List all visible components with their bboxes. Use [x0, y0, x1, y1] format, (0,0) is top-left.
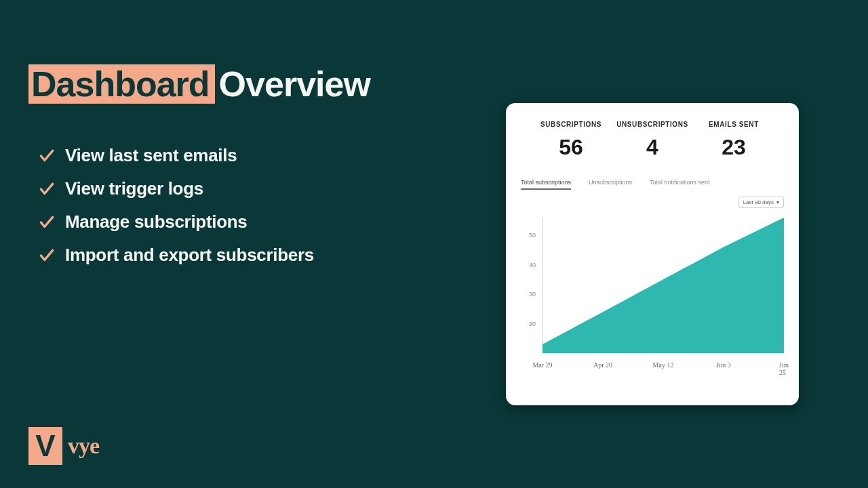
x-tick: Jun 3 — [716, 361, 730, 369]
metric-value: 4 — [612, 135, 693, 160]
bullet-item: Import and export subscribers — [38, 245, 314, 266]
area-path — [542, 218, 784, 353]
check-icon — [38, 247, 56, 264]
chevron-down-icon: ▾ — [776, 199, 779, 205]
metric: UNSUBSCRIPTIONS 4 — [612, 121, 693, 160]
metric-label: SUBSCRIPTIONS — [530, 121, 612, 128]
y-tick: 50 — [529, 232, 536, 239]
check-icon — [38, 147, 56, 165]
y-tick: 20 — [529, 321, 536, 327]
logo-text: vye — [68, 433, 99, 459]
feature-bullets: View last sent emails View trigger logs … — [38, 145, 314, 278]
x-tick: Jun 25 — [779, 361, 789, 376]
check-icon — [38, 180, 56, 198]
range-row: Last 90 days ▾ — [521, 197, 784, 208]
logo-letter: V — [35, 431, 55, 461]
metric: EMAILS SENT 23 — [693, 121, 774, 160]
chart-tab[interactable]: Unsubscriptions — [589, 179, 632, 190]
y-tick: 30 — [529, 291, 536, 298]
metric-label: EMAILS SENT — [693, 121, 774, 128]
plot-area — [542, 218, 784, 353]
x-tick: Apr 20 — [593, 361, 612, 369]
y-axis: 20304050 — [521, 218, 540, 353]
x-axis: Mar 29Apr 20May 12Jun 3Jun 25 — [542, 357, 784, 373]
chart-tabs: Total subscriptionsUnsubscriptionsTotal … — [521, 179, 784, 194]
bullet-item: View trigger logs — [38, 178, 314, 199]
range-label: Last 90 days — [743, 199, 774, 205]
bullet-text: View trigger logs — [65, 178, 203, 199]
logo-block: V — [28, 427, 62, 465]
metric-value: 56 — [530, 135, 612, 160]
metrics-row: SUBSCRIPTIONS 56 UNSUBSCRIPTIONS 4 EMAIL… — [521, 121, 784, 160]
metric: SUBSCRIPTIONS 56 — [530, 121, 612, 160]
chart: 20304050 Mar 29Apr 20May 12Jun 3Jun 25 — [521, 218, 784, 373]
y-tick: 40 — [529, 262, 536, 268]
title-highlight: Dashboard — [28, 64, 215, 104]
page-title: DashboardOverview — [28, 64, 370, 104]
bullet-item: View last sent emails — [38, 145, 314, 166]
bullet-text: Import and export subscribers — [65, 245, 314, 266]
metric-label: UNSUBSCRIPTIONS — [612, 121, 693, 128]
brand-logo: V vye — [28, 427, 99, 465]
x-tick: Mar 29 — [532, 361, 552, 369]
chart-tab[interactable]: Total notifications sent — [650, 179, 710, 190]
bullet-text: Manage subscriptions — [65, 211, 248, 232]
x-tick: May 12 — [653, 361, 674, 369]
bullet-item: Manage subscriptions — [38, 211, 314, 232]
check-icon — [38, 214, 56, 231]
title-rest: Overview — [219, 64, 370, 104]
chart-tab[interactable]: Total subscriptions — [521, 179, 571, 190]
bullet-text: View last sent emails — [65, 145, 237, 166]
metric-value: 23 — [693, 135, 774, 160]
range-select[interactable]: Last 90 days ▾ — [738, 197, 784, 208]
dashboard-card: SUBSCRIPTIONS 56 UNSUBSCRIPTIONS 4 EMAIL… — [506, 103, 799, 405]
